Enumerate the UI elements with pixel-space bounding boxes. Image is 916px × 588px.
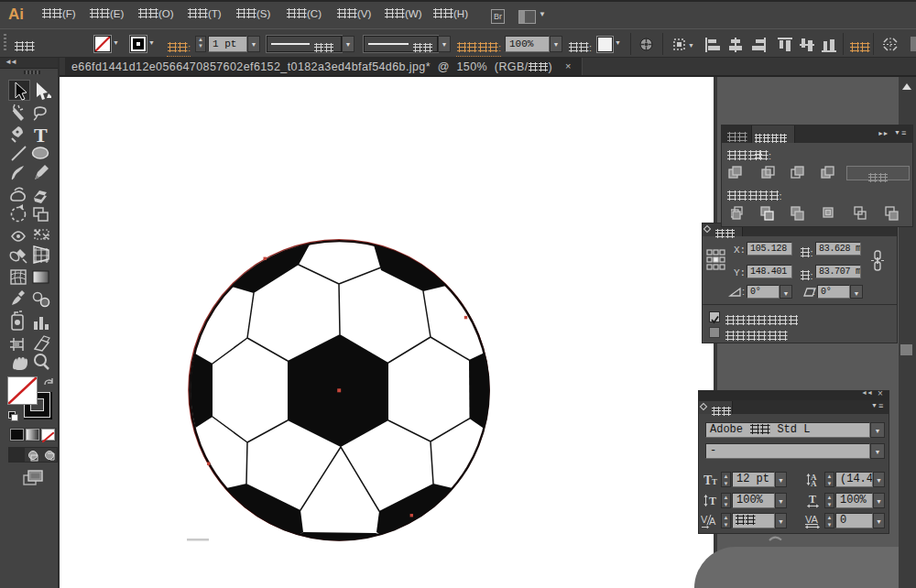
svg-text:T: T: [712, 477, 717, 486]
svg-text:T: T: [809, 493, 816, 506]
svg-text:VA: VA: [805, 514, 819, 525]
svg-text:T: T: [709, 495, 716, 507]
svg-text:V: V: [701, 514, 708, 525]
svg-text:A: A: [811, 479, 817, 487]
